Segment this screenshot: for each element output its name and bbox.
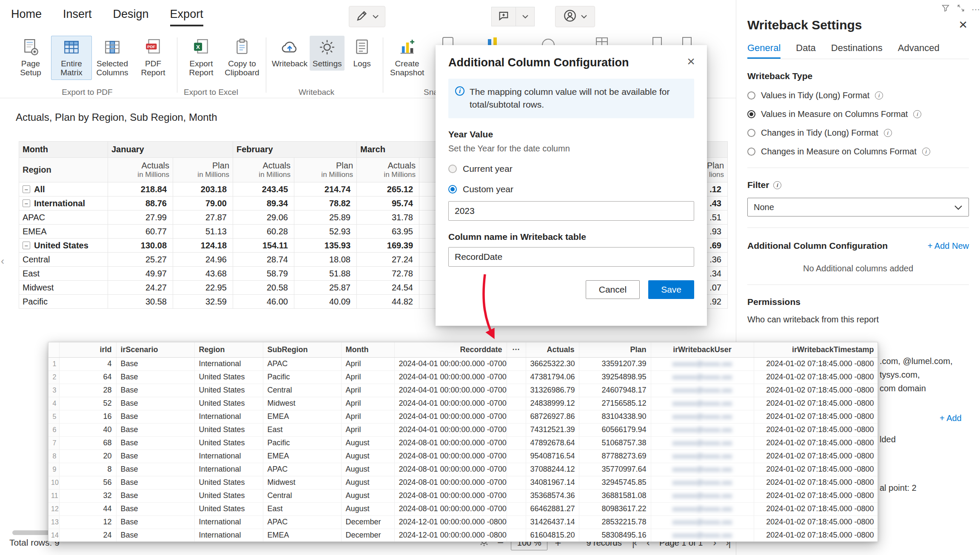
grid-column-header[interactable]: [48, 342, 59, 357]
add-link-fragment[interactable]: + Add: [940, 413, 962, 423]
filter-dropdown[interactable]: None: [747, 198, 969, 216]
matrix-cell[interactable]: 24.54: [357, 281, 419, 295]
collapse-icon[interactable]: −: [23, 199, 30, 207]
matrix-row-header[interactable]: −All: [19, 182, 108, 196]
radio-selected-icon[interactable]: [448, 185, 457, 194]
custom-year-option[interactable]: Custom year: [448, 184, 694, 194]
export-report-button[interactable]: X Export Report: [181, 36, 222, 80]
matrix-cell[interactable]: 60.28: [233, 225, 294, 239]
add-comment-button[interactable]: [491, 7, 516, 26]
matrix-cell[interactable]: 52.93: [294, 225, 357, 239]
matrix-cell[interactable]: 265.12: [357, 182, 419, 196]
matrix-cell[interactable]: 31.78: [357, 211, 419, 225]
measure-header-actuals[interactable]: Actualsin Millions: [233, 158, 294, 182]
matrix-cell[interactable]: 214.74: [294, 182, 357, 196]
matrix-cell[interactable]: 78.82: [294, 196, 357, 211]
measure-header-actuals[interactable]: Actualsin Millions: [108, 158, 173, 182]
matrix-cell[interactable]: 135.93: [294, 239, 357, 253]
writeback-type-option[interactable]: Values in Measure on Columns Formati: [747, 109, 969, 119]
radio-icon[interactable]: [448, 165, 457, 173]
matrix-cell[interactable]: 25.89: [294, 211, 357, 225]
matrix-cell[interactable]: 25.87: [294, 281, 357, 295]
writeback-type-option[interactable]: Values in Tidy (Long) Formati: [747, 91, 969, 100]
column-header-january[interactable]: January: [108, 142, 233, 158]
matrix-cell[interactable]: 89.34: [233, 196, 294, 211]
matrix-cell[interactable]: 27.87: [173, 211, 233, 225]
matrix-cell[interactable]: 27.99: [108, 211, 173, 225]
matrix-cell[interactable]: 243.45: [233, 182, 294, 196]
grid-column-header[interactable]: irScenario: [116, 342, 194, 357]
writeback-type-option[interactable]: Changes in Measure on Columns Formati: [747, 147, 969, 157]
measure-header-plan[interactable]: Planin Millions: [294, 158, 357, 182]
matrix-cell[interactable]: 218.84: [108, 182, 173, 196]
grid-column-header[interactable]: irWritebackTimestamp: [754, 342, 878, 357]
user-menu-button[interactable]: [555, 6, 595, 27]
month-header[interactable]: Month: [19, 142, 108, 158]
grid-column-header[interactable]: irId: [59, 342, 116, 357]
region-header[interactable]: Region: [19, 158, 108, 182]
edit-mode-button[interactable]: [349, 6, 385, 27]
matrix-cell[interactable]: 18.08: [294, 253, 357, 267]
matrix-row-header[interactable]: Pacific: [19, 295, 108, 309]
matrix-cell[interactable]: 43.68: [173, 267, 233, 281]
matrix-cell[interactable]: 29.06: [233, 211, 294, 225]
grid-column-header[interactable]: SubRegion: [263, 342, 341, 357]
tab-design[interactable]: Design: [113, 8, 149, 26]
matrix-cell[interactable]: 51.13: [173, 225, 233, 239]
grid-column-header[interactable]: ···: [507, 342, 526, 357]
writeback-type-option[interactable]: Changes in Tidy (Long) Formati: [747, 128, 969, 138]
collapse-icon[interactable]: −: [23, 242, 30, 249]
close-icon[interactable]: ×: [687, 54, 695, 68]
collapse-pane-icon[interactable]: ‹: [1, 255, 4, 267]
column-header-february[interactable]: February: [233, 142, 357, 158]
matrix-row-header[interactable]: −International: [19, 196, 108, 211]
grid-column-header[interactable]: Recorddate: [394, 342, 507, 357]
matrix-row-header[interactable]: −United States: [19, 239, 108, 253]
matrix-cell[interactable]: 20.58: [233, 281, 294, 295]
selected-columns-button[interactable]: Selected Columns: [92, 36, 133, 80]
matrix-cell[interactable]: 58.79: [233, 267, 294, 281]
matrix-cell[interactable]: 24.96: [173, 253, 233, 267]
matrix-cell[interactable]: 28.74: [233, 253, 294, 267]
matrix-cell[interactable]: 154.11: [233, 239, 294, 253]
matrix-cell[interactable]: 88.76: [108, 196, 173, 211]
matrix-cell[interactable]: 32.59: [173, 295, 233, 309]
matrix-row-header[interactable]: Central: [19, 253, 108, 267]
writeback-settings-button[interactable]: Settings: [310, 36, 345, 71]
grid-column-header[interactable]: irWritebackUser: [651, 342, 754, 357]
grid-column-header[interactable]: Month: [341, 342, 394, 357]
tab-general[interactable]: General: [747, 43, 781, 59]
tab-home[interactable]: Home: [11, 8, 42, 26]
entire-matrix-button[interactable]: Entire Matrix: [51, 36, 92, 80]
grid-column-header[interactable]: Actuals: [526, 342, 579, 357]
matrix-cell[interactable]: 51.88: [294, 267, 357, 281]
column-name-input[interactable]: RecordDate: [448, 247, 694, 267]
writeback-button[interactable]: Writeback: [270, 36, 310, 71]
add-new-link[interactable]: + Add New: [928, 241, 969, 251]
create-snapshot-button[interactable]: Create Snapshot: [387, 36, 427, 80]
matrix-cell[interactable]: 24.27: [108, 281, 173, 295]
measure-header-actuals[interactable]: Actualsin Millions: [357, 158, 419, 182]
matrix-cell[interactable]: 49.97: [108, 267, 173, 281]
filter-icon[interactable]: [941, 3, 950, 15]
current-year-option[interactable]: Current year: [448, 164, 694, 174]
focus-mode-icon[interactable]: [957, 4, 965, 14]
more-options-icon[interactable]: ···: [971, 4, 980, 14]
tab-advanced[interactable]: Advanced: [898, 43, 940, 59]
pdf-report-button[interactable]: PDF PDF Report: [133, 36, 174, 80]
matrix-cell[interactable]: 60.77: [108, 225, 173, 239]
tab-export[interactable]: Export: [170, 8, 203, 26]
matrix-cell[interactable]: 169.39: [357, 239, 419, 253]
matrix-cell[interactable]: 79.00: [173, 196, 233, 211]
matrix-cell[interactable]: 124.18: [173, 239, 233, 253]
matrix-cell[interactable]: 95.74: [357, 196, 419, 211]
matrix-cell[interactable]: 63.95: [357, 225, 419, 239]
matrix-cell[interactable]: 46.00: [233, 295, 294, 309]
radio-icon[interactable]: [747, 129, 755, 137]
matrix-cell[interactable]: 72.78: [357, 267, 419, 281]
matrix-row-header[interactable]: East: [19, 267, 108, 281]
tab-data[interactable]: Data: [796, 43, 815, 59]
comment-dropdown-button[interactable]: [516, 7, 535, 26]
matrix-cell[interactable]: 27.24: [357, 253, 419, 267]
close-icon[interactable]: ×: [959, 17, 967, 31]
